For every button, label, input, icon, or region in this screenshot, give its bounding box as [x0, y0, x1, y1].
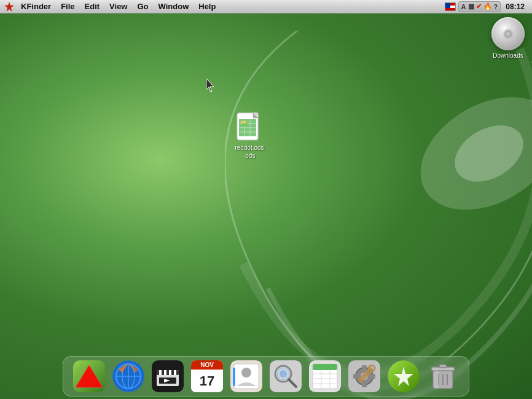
tray-area: A ▦ ✔ 🔥 ?	[458, 1, 501, 12]
trash-icon	[427, 360, 459, 392]
menu-go[interactable]: Go	[132, 1, 153, 12]
svg-point-39	[280, 370, 287, 378]
svg-rect-52	[362, 384, 367, 387]
tools-icon	[348, 360, 380, 392]
downloads-label: Downloads	[493, 52, 523, 59]
calendar-month: NOV	[191, 360, 223, 370]
menu-view[interactable]: View	[104, 1, 132, 12]
dock-item-kfinder[interactable]	[71, 360, 108, 392]
app-logo[interactable]	[2, 0, 16, 14]
tray-flame-icon[interactable]: 🔥	[483, 2, 492, 10]
dock-item-green-app[interactable]	[385, 360, 422, 392]
svg-point-33	[241, 368, 251, 378]
svg-rect-51	[362, 365, 367, 369]
svg-rect-53	[353, 374, 357, 379]
svg-rect-25	[159, 370, 162, 375]
spreadsheet-icon	[235, 112, 264, 141]
svg-rect-26	[164, 370, 166, 375]
svg-rect-54	[372, 374, 375, 379]
dock: NOV 17	[63, 356, 469, 397]
menu-kfinder[interactable]: KFinder	[16, 1, 56, 12]
green-app-icon	[388, 360, 420, 392]
clock: 08:12	[503, 2, 527, 11]
menubar: KFinder File Edit View Go Window Help A …	[0, 0, 532, 14]
tray-keyboard-icon[interactable]: ▦	[468, 2, 474, 10]
video-icon	[152, 360, 184, 392]
svg-point-0	[401, 74, 532, 233]
dock-item-tools[interactable]	[346, 360, 383, 392]
dock-item-trash[interactable]	[424, 360, 461, 392]
downloads-icon[interactable]: Downloads	[491, 17, 525, 59]
dock-item-calendar[interactable]: NOV 17	[189, 360, 225, 392]
dock-item-browser[interactable]	[110, 360, 147, 392]
desktop	[0, 0, 532, 399]
disc-icon	[491, 17, 525, 50]
calendar-icon: NOV 17	[191, 360, 223, 392]
menubar-right: A ▦ ✔ 🔥 ? 08:12	[445, 1, 532, 12]
calendar-day: 17	[191, 370, 223, 392]
dock-item-contacts[interactable]	[228, 360, 265, 392]
menu-help[interactable]: Help	[194, 1, 221, 12]
desktop-icon-spreadsheet[interactable]: reddot.ods.ods	[225, 109, 274, 162]
dock-item-search[interactable]	[267, 360, 304, 392]
menu-items: KFinder File Edit View Go Window Help	[16, 1, 221, 12]
language-flag-icon[interactable]	[445, 2, 456, 11]
contacts-icon	[230, 360, 262, 392]
svg-rect-34	[233, 368, 235, 386]
kfinder-icon	[73, 360, 105, 392]
dock-item-calc[interactable]	[307, 360, 343, 392]
tray-check-icon[interactable]: ✔	[476, 2, 482, 10]
svg-marker-2	[5, 2, 14, 11]
menu-edit[interactable]: Edit	[80, 1, 105, 12]
search-icon	[270, 360, 302, 392]
svg-rect-61	[439, 365, 447, 368]
svg-rect-42	[313, 364, 337, 370]
spreadsheet-label: reddot.ods.ods	[235, 144, 264, 160]
svg-rect-28	[174, 370, 176, 375]
svg-rect-65	[433, 370, 439, 389]
tray-help-icon[interactable]: ?	[494, 3, 498, 10]
menu-window[interactable]: Window	[154, 1, 194, 12]
dock-item-video[interactable]	[149, 360, 186, 392]
calc-icon	[309, 360, 341, 392]
menu-file[interactable]: File	[56, 1, 79, 12]
svg-point-1	[445, 114, 532, 193]
tray-text-icon[interactable]: A	[461, 3, 466, 10]
svg-rect-27	[169, 370, 171, 375]
browser-icon	[112, 360, 144, 392]
